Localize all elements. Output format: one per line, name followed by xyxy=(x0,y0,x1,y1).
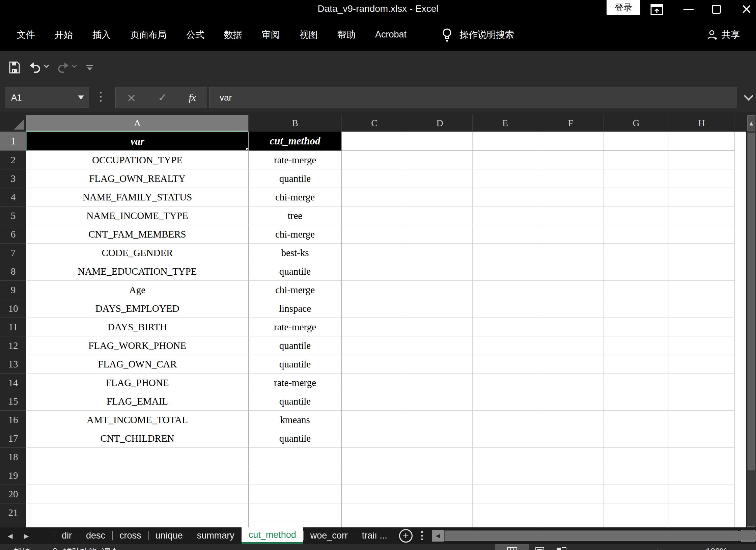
select-all-corner[interactable] xyxy=(0,115,26,132)
horizontal-scrollbar-thumb[interactable] xyxy=(445,531,756,541)
cell-a1-selected[interactable]: var xyxy=(26,132,249,151)
row-header[interactable]: 20 xyxy=(0,485,26,503)
cell-empty[interactable] xyxy=(407,448,473,466)
cell-empty[interactable] xyxy=(538,411,604,429)
cell-empty[interactable] xyxy=(604,503,669,522)
cell-var[interactable]: FLAG_PHONE xyxy=(26,374,249,392)
undo-button[interactable] xyxy=(29,62,41,73)
column-header-c[interactable]: C xyxy=(342,115,407,132)
cell-empty[interactable] xyxy=(604,466,669,485)
cell-empty[interactable] xyxy=(669,392,734,411)
cell-empty[interactable] xyxy=(407,281,473,299)
formula-bar-expand-icon[interactable] xyxy=(744,91,753,101)
cell-var[interactable]: FLAG_OWN_REALTY xyxy=(26,169,249,188)
cell-empty[interactable] xyxy=(473,522,538,527)
cell-empty[interactable] xyxy=(734,169,735,188)
cell-empty[interactable] xyxy=(604,411,669,429)
cell-empty[interactable] xyxy=(342,225,407,244)
cell-empty[interactable] xyxy=(407,411,473,429)
cell-empty[interactable] xyxy=(473,151,538,169)
cell-empty[interactable] xyxy=(669,262,734,281)
cell-empty[interactable] xyxy=(538,132,604,151)
cell-empty[interactable] xyxy=(538,503,604,522)
ribbon-tab-review[interactable]: 审阅 xyxy=(252,29,290,41)
cell-empty[interactable] xyxy=(538,244,604,262)
cell-cut-method[interactable]: quantile xyxy=(249,429,342,448)
cell-empty[interactable] xyxy=(604,318,669,336)
row-header[interactable]: 7 xyxy=(0,244,26,262)
cell-empty[interactable] xyxy=(734,262,735,281)
cell-empty[interactable] xyxy=(734,503,735,522)
cell-empty[interactable] xyxy=(734,188,735,207)
cell-empty[interactable] xyxy=(538,429,604,448)
cell-empty[interactable] xyxy=(342,448,407,466)
cell-var[interactable]: FLAG_OWN_CAR xyxy=(26,355,249,374)
cell-empty[interactable] xyxy=(734,151,735,169)
cell-empty[interactable] xyxy=(26,522,249,527)
page-break-view-button[interactable] xyxy=(551,544,572,550)
cell-empty[interactable] xyxy=(538,355,604,374)
cell-empty[interactable] xyxy=(734,522,735,527)
cell-empty[interactable] xyxy=(669,244,734,262)
cell-cut-method[interactable]: kmeans xyxy=(249,411,342,429)
cell-empty[interactable] xyxy=(342,318,407,336)
cell-var[interactable]: NAME_INCOME_TYPE xyxy=(26,207,249,225)
zoom-out-icon[interactable]: − xyxy=(621,548,626,550)
normal-view-button[interactable] xyxy=(495,544,529,550)
cell-empty[interactable] xyxy=(473,318,538,336)
column-header-f[interactable]: F xyxy=(538,115,604,132)
cell-var[interactable]: CODE_GENDER xyxy=(26,244,249,262)
row-header[interactable]: 10 xyxy=(0,299,26,318)
cell-empty[interactable] xyxy=(669,429,734,448)
cell-empty[interactable] xyxy=(473,281,538,299)
cell-cut-method[interactable]: rate-merge xyxy=(249,318,342,336)
cell-empty[interactable] xyxy=(342,132,407,151)
enter-check-icon[interactable]: ✓ xyxy=(158,91,167,104)
cell-empty[interactable] xyxy=(538,448,604,466)
save-button[interactable] xyxy=(9,61,20,74)
cell-empty[interactable] xyxy=(473,429,538,448)
column-header-e[interactable]: E xyxy=(473,115,538,132)
cell-empty[interactable] xyxy=(538,485,604,503)
cell-empty[interactable] xyxy=(734,207,735,225)
cell-empty[interactable] xyxy=(407,336,473,355)
cell-empty[interactable] xyxy=(342,281,407,299)
cell-cut-method[interactable]: quantile xyxy=(249,355,342,374)
cell-empty[interactable] xyxy=(342,411,407,429)
cell-empty[interactable] xyxy=(604,355,669,374)
cell-empty[interactable] xyxy=(407,522,473,527)
cell-cut-method[interactable]: quantile xyxy=(249,169,342,188)
sheet-nav-right-icon[interactable]: ▶ xyxy=(18,527,34,544)
share-button[interactable]: 共享 xyxy=(707,19,740,51)
cell-empty[interactable] xyxy=(407,392,473,411)
cell-empty[interactable] xyxy=(473,355,538,374)
row-header[interactable]: 3 xyxy=(0,169,26,188)
cell-empty[interactable] xyxy=(604,392,669,411)
cell-empty[interactable] xyxy=(538,188,604,207)
cell-empty[interactable] xyxy=(734,244,735,262)
redo-dropdown-caret[interactable] xyxy=(72,62,77,68)
cell-empty[interactable] xyxy=(669,225,734,244)
zoom-level-label[interactable]: 100% xyxy=(706,547,727,550)
cell-empty[interactable] xyxy=(473,411,538,429)
column-header-g[interactable]: G xyxy=(604,115,669,132)
cell-cut-method[interactable]: quantile xyxy=(249,336,342,355)
column-header-d[interactable]: D xyxy=(407,115,473,132)
cell-empty[interactable] xyxy=(604,429,669,448)
cell-empty[interactable] xyxy=(342,169,407,188)
cell-empty[interactable] xyxy=(538,207,604,225)
formula-input[interactable]: var xyxy=(209,87,737,108)
cell-var[interactable]: NAME_EDUCATION_TYPE xyxy=(26,262,249,281)
ribbon-tab-formulas[interactable]: 公式 xyxy=(176,29,214,41)
row-header[interactable]: 1 xyxy=(0,132,26,151)
maximize-button[interactable] xyxy=(712,5,721,14)
cell-empty[interactable] xyxy=(604,132,669,151)
cell-empty[interactable] xyxy=(604,281,669,299)
cell-empty[interactable] xyxy=(473,485,538,503)
cell-empty[interactable] xyxy=(734,132,735,151)
cell-empty[interactable] xyxy=(538,466,604,485)
ribbon-tab-home[interactable]: 开始 xyxy=(45,29,83,41)
sheet-tab-summary[interactable]: summary xyxy=(190,527,242,544)
close-button[interactable]: × xyxy=(741,3,752,15)
cell-empty[interactable] xyxy=(669,188,734,207)
